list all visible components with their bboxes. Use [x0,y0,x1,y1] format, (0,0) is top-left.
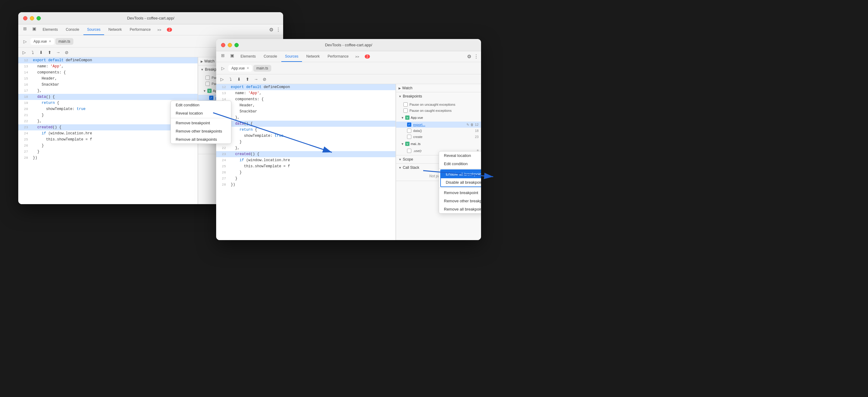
main-group-header-2[interactable]: ▼ V mai..ts [396,140,481,148]
ctx-edit-condition-2[interactable]: Edit condition [439,160,481,168]
step-btn-2[interactable]: → [253,76,259,83]
panel-toggle-1[interactable]: ▣ [30,24,38,33]
gear-icon-1[interactable]: ⚙ [269,27,273,33]
context-menu-2: Reveal location Edit condition Enable al… [439,151,481,214]
traffic-lights-1 [23,16,41,21]
file-sidebar-toggle-2[interactable]: ▷ [219,64,227,73]
code-line-14-1: 14 components: { [18,69,197,76]
ctx-reveal-location-2[interactable]: Reveal location [439,151,481,160]
file-tab-appvue-2[interactable]: App.vue ✕ [228,65,252,72]
ctx-reveal-location-1[interactable]: Reveal location [171,109,231,117]
file-tab-maints-1[interactable]: main.ts [55,38,73,45]
nav-tab-sources-1[interactable]: Sources [84,24,104,35]
ctx-remove-other-1[interactable]: Remove other breakpoints [171,127,231,135]
code-line-23-2: 23 created() { [216,151,396,157]
step-into-btn-1[interactable]: ⬇ [38,49,44,56]
nav-more-1[interactable]: >> [155,24,164,35]
step-over-btn-2[interactable]: ⤵ [227,76,234,83]
window-title-1: DevTools - coffee-cart.app/ [127,16,174,21]
nav-tab-elements-1[interactable]: Elements [39,24,62,35]
nav-tab-console-2[interactable]: Console [260,51,281,62]
step-over-btn-1[interactable]: ⤵ [29,49,36,56]
code-line-16-1: 16 Snackbar [18,82,197,88]
ctx-remove-other-2[interactable]: Remove other breakpoints [439,197,481,205]
code-line-21-2: 21 } [216,139,396,145]
deactivate-btn-2[interactable]: ⊘ [261,76,268,83]
more-icon-1[interactable]: ⋮ [276,27,281,33]
pause-caught-item-2[interactable]: Pause on caught exceptions [396,108,481,114]
ctx-remove-bp-2[interactable]: Remove breakpoint [439,189,481,197]
appvue-group-header-2[interactable]: ▼ V App.vue [396,114,481,121]
nav-tab-performance-1[interactable]: Performance [126,24,154,35]
more-icon-2[interactable]: ⋮ [474,54,478,59]
file-sidebar-toggle-1[interactable]: ▷ [21,37,29,46]
pause-uncaught-checkbox-1[interactable] [206,76,210,80]
code-line-16-2: 16 Snackbar [216,109,396,115]
devtools-window-2: DevTools - coffee-cart.app/ ⊞ ▣ Elements… [216,39,481,240]
nav-more-2[interactable]: >> [353,51,362,62]
nav-tab-elements-2[interactable]: Elements [237,51,259,62]
delete-icon-2[interactable]: 🗑 [470,123,474,126]
traffic-lights-2 [221,43,239,47]
ctx-remove-all-2[interactable]: Remove all breakpoints [439,205,481,213]
maximize-button-1[interactable] [36,16,41,21]
breakpoints-header-2[interactable]: ▼ Breakpoints [396,92,481,100]
nav-tab-sources-2[interactable]: Sources [281,51,302,62]
ctx-remove-bp-1[interactable]: Remove breakpoint [171,119,231,127]
ctx-enable-all-2[interactable]: Enable all breakpoints [441,170,481,178]
step-btn-1[interactable]: → [55,49,62,56]
title-bar-2: DevTools - coffee-cart.app/ [216,39,481,51]
code-line-12-2: 12 export default defineCompon [216,84,396,90]
breakpoint-data-checkbox-2[interactable] [407,129,411,133]
code-line-18-2: 18 data() { [216,121,396,127]
step-out-btn-1[interactable]: ⬆ [46,49,53,56]
panel-toggle-2[interactable]: ▣ [228,51,236,60]
nav-tab-network-2[interactable]: Network [303,51,323,62]
pause-caught-checkbox-2[interactable] [403,109,408,113]
code-line-15-1: 15 Header, [18,76,197,82]
sidebar-toggle-1[interactable]: ⊞ [21,24,29,33]
pause-resume-btn-2[interactable]: ▷ [219,76,225,83]
breakpoint-use-checkbox-2[interactable] [407,149,411,153]
ctx-remove-all-1[interactable]: Remove all breakpoints [171,135,231,143]
breakpoint-expo-checkbox-1[interactable]: ✓ [209,96,213,100]
file-tab-appvue-1[interactable]: App.vue ✕ [30,38,54,45]
breakpoint-create-2[interactable]: create 23 [396,134,481,140]
vue-icon-2: V [405,115,409,120]
nav-tabs-1: ⊞ ▣ Elements Console Sources Network Per… [18,24,283,35]
maximize-button-2[interactable] [235,43,239,47]
minimize-button-1[interactable] [30,16,34,21]
nav-tab-console-1[interactable]: Console [62,24,83,35]
deactivate-btn-1[interactable]: ⊘ [63,49,70,56]
pause-uncaught-item-2[interactable]: Pause on uncaught exceptions [396,102,481,108]
code-line-28-1: 28 }) [18,155,197,161]
edit-icon-2[interactable]: ✎ [466,123,469,127]
file-tab-maints-2[interactable]: main.ts [253,65,271,72]
watch-header-2[interactable]: ▶ Watch [396,84,481,92]
nav-tab-network-1[interactable]: Network [105,24,125,35]
file-tab-close-1[interactable]: ✕ [49,39,51,43]
breakpoints-arrow-1: ▼ [200,68,204,71]
pause-caught-checkbox-1[interactable] [206,82,210,86]
breakpoint-data-2[interactable]: data() 18 [396,127,481,134]
ctx-disable-all-2[interactable]: Disable all breakpoints [441,178,481,187]
code-lines-2: 12 export default defineCompon 13 name: … [216,84,396,188]
close-button-1[interactable] [23,16,27,21]
pause-uncaught-checkbox-2[interactable] [403,103,408,107]
pause-resume-btn-1[interactable]: ▷ [21,49,27,56]
step-into-btn-2[interactable]: ⬇ [236,76,242,83]
code-editor-2: 12 export default defineCompon 13 name: … [216,84,396,240]
step-out-btn-2[interactable]: ⬆ [244,76,251,83]
minimize-button-2[interactable] [228,43,232,47]
nav-tab-performance-2[interactable]: Performance [324,51,352,62]
ctx-edit-condition-1[interactable]: Edit condition [171,101,231,109]
file-tab-close-2[interactable]: ✕ [247,66,249,70]
breakpoint-export-checkbox-2[interactable]: ✓ [407,122,411,127]
gear-icon-2[interactable]: ⚙ [467,54,471,59]
close-button-2[interactable] [221,43,225,47]
breakpoint-create-checkbox-2[interactable] [407,135,411,139]
code-line-28-2: 28 }) [216,181,396,188]
sidebar-toggle-2[interactable]: ⊞ [219,51,227,60]
code-line-20-2: 20 showTemplate: true [216,133,396,139]
breakpoint-export-2[interactable]: ✓ export... ✎ 🗑 12 [396,121,481,127]
